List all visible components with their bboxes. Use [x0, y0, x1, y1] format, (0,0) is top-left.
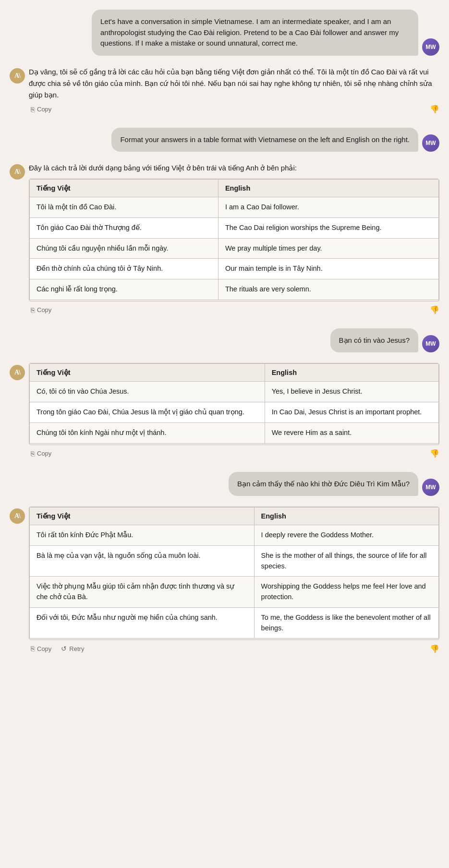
retry-icon-1: ↺ [61, 645, 67, 652]
ai-actions-3: ⎘ Copy 👎 [29, 449, 439, 458]
ai-message-row-2: A\ Đây là cách trả lời dưới dạng bảng vớ… [8, 162, 441, 315]
user-bubble-3: Bạn có tin vào Jesus? [330, 328, 418, 353]
table3-row3-col0: Đối với tôi, Đức Mẫu như người mẹ hiền c… [30, 607, 255, 639]
table3-header-english: English [254, 507, 438, 525]
mw-avatar-label-4: MW [425, 484, 436, 491]
table3-row3-col1: To me, the Goddess is like the benevolen… [254, 607, 438, 639]
ai-content-1: Dạ vâng, tôi sẽ cố gắng trả lời các câu … [29, 66, 439, 114]
thumbs-down-button-2[interactable]: 👎 [430, 305, 439, 314]
copy-button-4[interactable]: ⎘ Copy [29, 644, 53, 653]
ai-content-4: Tiếng Việt English Tôi rất tôn kính Đức … [29, 506, 439, 653]
thumbs-down-icon-1: 👎 [430, 105, 439, 113]
thumbs-down-button-3[interactable]: 👎 [430, 449, 439, 458]
thumbs-down-button-1[interactable]: 👎 [430, 105, 439, 114]
ai-actions-2: ⎘ Copy 👎 [29, 305, 439, 315]
table2-row2-col0: Chúng tôi tôn kính Ngài như một vị thánh… [30, 422, 265, 443]
table1-row3-col0: Đền thờ chính của chúng tôi ở Tây Ninh. [30, 259, 218, 279]
table1-row4-col1: The rituals are very solemn. [218, 279, 438, 300]
mw-avatar-label-2: MW [425, 140, 436, 146]
user-avatar-4: MW [422, 479, 439, 496]
table-wrapper-2: Tiếng Việt English Có, tôi có tin vào Ch… [29, 363, 439, 445]
user-avatar-2: MW [422, 134, 439, 152]
table1-header-english: English [218, 180, 438, 197]
ai-actions-4: ⎘ Copy ↺ Retry 👎 [29, 644, 439, 653]
ai-message-text-1: Dạ vâng, tôi sẽ cố gắng trả lời các câu … [29, 66, 439, 101]
copy-button-1[interactable]: ⎘ Copy [29, 105, 53, 114]
table1-row2-col0: Chúng tôi cầu nguyện nhiều lần mỗi ngày. [30, 238, 218, 259]
table1-row0-col0: Tôi là một tín đồ Cao Đài. [30, 197, 218, 218]
table3-row1-col0: Bà là mẹ của vạn vật, là nguồn sống của … [30, 545, 255, 577]
thumbs-down-icon-4: 👎 [430, 645, 439, 653]
table1-row2-col1: We pray multiple times per day. [218, 238, 438, 259]
table2-row0-col0: Có, tôi có tin vào Chúa Jesus. [30, 382, 265, 402]
copy-label-1: Copy [37, 106, 51, 113]
table2-row0-col1: Yes, I believe in Jesus Christ. [265, 382, 438, 402]
response-table-2: Tiếng Việt English Có, tôi có tin vào Ch… [29, 363, 439, 443]
thumbs-down-button-4[interactable]: 👎 [430, 644, 439, 653]
table3-row0-col1: I deeply revere the Goddess Mother. [254, 525, 438, 546]
table1-row1-col0: Tôn giáo Cao Đài thờ Thượng đế. [30, 217, 218, 238]
table2-row2-col1: We revere Him as a saint. [265, 422, 438, 443]
table1-row3-col1: Our main temple is in Tây Ninh. [218, 259, 438, 279]
copy-label-2: Copy [37, 306, 51, 313]
ai-message-row-1: A\ Dạ vâng, tôi sẽ cố gắng trả lời các c… [8, 66, 441, 114]
table3-row1-col1: She is the mother of all things, the sou… [254, 545, 438, 577]
ai-content-3: Tiếng Việt English Có, tôi có tin vào Ch… [29, 363, 439, 458]
table-wrapper-3: Tiếng Việt English Tôi rất tôn kính Đức … [29, 506, 439, 640]
ai-avatar-3: A\ [10, 365, 25, 380]
retry-label-1: Retry [69, 645, 84, 652]
copy-icon-3: ⎘ [31, 450, 35, 458]
table1-row0-col1: I am a Cao Dai follower. [218, 197, 438, 218]
user-bubble-4: Bạn cảm thấy thế nào khi thờ Đức Diêu Tr… [229, 472, 418, 496]
table3-row0-col0: Tôi rất tôn kính Đức Phật Mẫu. [30, 525, 255, 546]
ai-icon-2: A\ [14, 168, 20, 176]
table3-header-viet: Tiếng Việt [30, 507, 255, 525]
user-message-row-1: Let's have a conversation in simple Viet… [8, 10, 441, 56]
retry-button-1[interactable]: ↺ Retry [59, 644, 86, 653]
user-message-row-2: Format your answers in a table format wi… [8, 128, 441, 152]
table-wrapper-1: Tiếng Việt English Tôi là một tín đồ Cao… [29, 179, 439, 301]
table2-row1-col0: Trong tôn giáo Cao Đài, Chúa Jesus là mộ… [30, 402, 265, 423]
copy-icon-4: ⎘ [31, 645, 35, 652]
copy-button-2[interactable]: ⎘ Copy [29, 305, 53, 315]
ai-message-row-3: A\ Tiếng Việt English Có, tôi có tin vào… [8, 363, 441, 458]
user-message-text-2: Format your answers in a table format wi… [120, 135, 410, 144]
mw-avatar-label-3: MW [425, 340, 436, 347]
user-bubble-1: Let's have a conversation in simple Viet… [92, 10, 418, 56]
response-table-1: Tiếng Việt English Tôi là một tín đồ Cao… [29, 179, 439, 300]
user-avatar-3: MW [422, 335, 439, 352]
thumbs-down-icon-2: 👎 [430, 306, 439, 314]
table3-row2-col1: Worshipping the Goddess helps me feel He… [254, 577, 438, 608]
ai-intro-text-2: Đây là cách trả lời dưới dạng bảng với t… [29, 162, 439, 174]
copy-icon-1: ⎘ [31, 106, 35, 113]
copy-icon-2: ⎘ [31, 306, 35, 314]
table2-header-viet: Tiếng Việt [30, 364, 265, 382]
table1-row4-col0: Các nghi lễ rất long trọng. [30, 279, 218, 300]
table1-row1-col1: The Cao Dai religion worships the Suprem… [218, 217, 438, 238]
copy-button-3[interactable]: ⎘ Copy [29, 449, 53, 458]
ai-content-2: Đây là cách trả lời dưới dạng bảng với t… [29, 162, 439, 315]
ai-icon-4: A\ [14, 512, 20, 520]
user-message-text-1: Let's have a conversation in simple Viet… [100, 17, 399, 47]
ai-actions-1: ⎘ Copy 👎 [29, 105, 439, 114]
ai-icon-1: A\ [14, 72, 20, 80]
ai-message-row-4: A\ Tiếng Việt English Tôi rất tôn kính Đ… [8, 506, 441, 653]
table1-header-viet: Tiếng Việt [30, 180, 218, 197]
response-table-3: Tiếng Việt English Tôi rất tôn kính Đức … [29, 507, 439, 639]
user-avatar-1: MW [422, 38, 439, 56]
ai-avatar-1: A\ [10, 68, 25, 84]
user-message-row-4: Bạn cảm thấy thế nào khi thờ Đức Diêu Tr… [8, 472, 441, 496]
user-message-text-3: Bạn có tin vào Jesus? [339, 336, 410, 344]
copy-label-3: Copy [37, 450, 51, 457]
ai-avatar-4: A\ [10, 508, 25, 524]
mw-avatar-label-1: MW [425, 44, 436, 50]
ai-icon-3: A\ [14, 369, 20, 376]
thumbs-down-icon-3: 👎 [430, 449, 439, 458]
ai-avatar-2: A\ [10, 164, 25, 180]
user-message-row-3: Bạn có tin vào Jesus? MW [8, 328, 441, 353]
copy-label-4: Copy [37, 645, 51, 652]
chat-container: Let's have a conversation in simple Viet… [0, 0, 449, 663]
table2-row1-col1: In Cao Dai, Jesus Christ is an important… [265, 402, 438, 423]
table3-row2-col0: Việc thờ phụng Mẫu giúp tôi cảm nhận đượ… [30, 577, 255, 608]
user-bubble-2: Format your answers in a table format wi… [111, 128, 418, 152]
